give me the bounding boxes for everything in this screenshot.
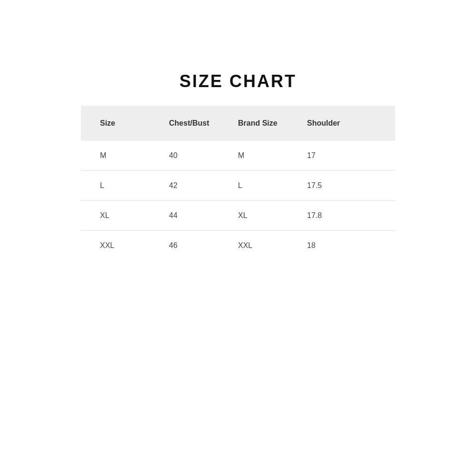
cell-size-xl: XL (100, 211, 169, 220)
size-chart-table: Size Chest/Bust Brand Size Shoulder M 40… (81, 106, 395, 260)
header-shoulder: Shoulder (307, 119, 376, 128)
cell-size-l: L (100, 181, 169, 190)
cell-brand-m: M (238, 151, 307, 160)
cell-brand-l: L (238, 181, 307, 190)
cell-size-xxl: XXL (100, 241, 169, 250)
header-chest-bust: Chest/Bust (169, 119, 238, 128)
table-row: L 42 L 17.5 (81, 171, 395, 201)
cell-chest-m: 40 (169, 151, 238, 160)
cell-shoulder-xl: 17.8 (307, 211, 376, 220)
table-row: XL 44 XL 17.8 (81, 201, 395, 231)
cell-brand-xxl: XXL (238, 241, 307, 250)
cell-shoulder-xxl: 18 (307, 241, 376, 250)
cell-shoulder-m: 17 (307, 151, 376, 160)
cell-chest-l: 42 (169, 181, 238, 190)
header-brand-size: Brand Size (238, 119, 307, 128)
table-row: M 40 M 17 (81, 141, 395, 171)
cell-chest-xl: 44 (169, 211, 238, 220)
header-size: Size (100, 119, 169, 128)
cell-size-m: M (100, 151, 169, 160)
table-header-row: Size Chest/Bust Brand Size Shoulder (81, 106, 395, 141)
cell-shoulder-l: 17.5 (307, 181, 376, 190)
page-title: SIZE CHART (179, 71, 297, 91)
cell-chest-xxl: 46 (169, 241, 238, 250)
cell-brand-xl: XL (238, 211, 307, 220)
table-row: XXL 46 XXL 18 (81, 231, 395, 260)
